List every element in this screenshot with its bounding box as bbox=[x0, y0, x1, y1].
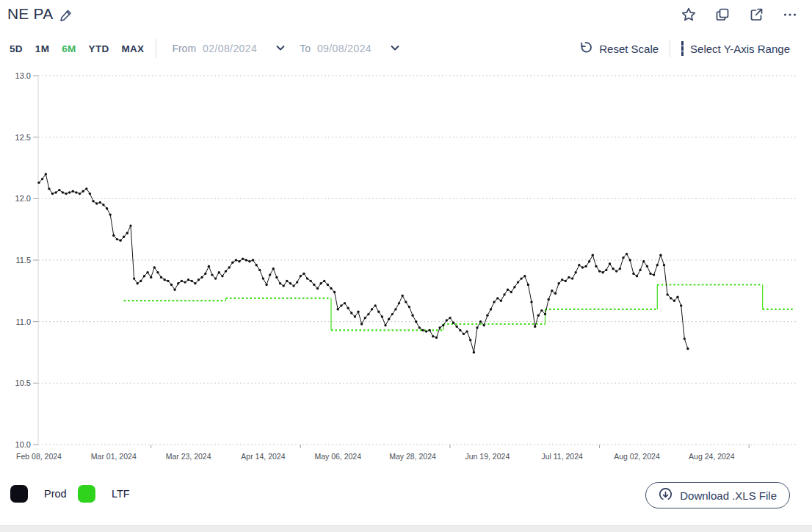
prod-series-label: Prod bbox=[44, 488, 67, 500]
reset-icon bbox=[579, 40, 592, 57]
svg-text:May 06, 2024: May 06, 2024 bbox=[314, 452, 361, 461]
select-yaxis-button[interactable]: Select Y-Axis Range bbox=[680, 40, 791, 57]
from-date-dropdown[interactable] bbox=[274, 43, 287, 55]
chevron-down-icon bbox=[275, 44, 286, 55]
more-icon bbox=[781, 6, 799, 24]
controls-divider bbox=[670, 40, 670, 57]
range-1m-button[interactable]: 1M bbox=[35, 42, 50, 56]
more-button[interactable] bbox=[781, 6, 799, 24]
svg-text:12.5: 12.5 bbox=[15, 133, 31, 142]
to-label: To bbox=[300, 43, 311, 54]
from-date-group: From 02/08/2024 To 09/08/2024 bbox=[172, 43, 407, 55]
select-yaxis-label: Select Y-Axis Range bbox=[690, 43, 790, 55]
header-actions bbox=[680, 6, 799, 24]
copy-icon bbox=[714, 6, 731, 24]
dashed-vertical-icon bbox=[681, 41, 684, 56]
to-date-dropdown[interactable] bbox=[388, 43, 402, 55]
range-5d-button[interactable]: 5D bbox=[9, 42, 23, 56]
legend-row: Prod LTF Download .XLS File bbox=[0, 479, 812, 517]
chevron-down-icon bbox=[390, 44, 400, 55]
favorite-button[interactable] bbox=[680, 6, 697, 24]
legend-item-prod[interactable]: Prod bbox=[10, 485, 67, 503]
toolbar-divider bbox=[156, 39, 156, 58]
svg-text:13.0: 13.0 bbox=[15, 71, 31, 80]
edit-title-button[interactable] bbox=[57, 7, 75, 24]
reset-scale-label: Reset Scale bbox=[599, 43, 659, 55]
ltf-series-label: LTF bbox=[112, 488, 130, 500]
copy-button[interactable] bbox=[714, 6, 731, 24]
download-xls-label: Download .XLS File bbox=[680, 489, 777, 502]
svg-text:Jul 11, 2024: Jul 11, 2024 bbox=[541, 452, 583, 461]
chart-controls: Reset Scale Select Y-Axis Range bbox=[577, 32, 791, 65]
page-footer-strip bbox=[0, 525, 812, 532]
legend-item-ltf[interactable]: LTF bbox=[78, 485, 130, 503]
svg-text:11.0: 11.0 bbox=[15, 317, 31, 326]
svg-text:Apr 14, 2024: Apr 14, 2024 bbox=[241, 452, 285, 461]
ltf-series-swatch bbox=[78, 485, 95, 503]
svg-text:Aug 02, 2024: Aug 02, 2024 bbox=[614, 452, 660, 461]
pencil-icon bbox=[58, 14, 74, 25]
to-date-input[interactable]: 09/08/2024 bbox=[317, 43, 371, 54]
svg-text:Mar 23, 2024: Mar 23, 2024 bbox=[166, 452, 211, 461]
star-icon bbox=[680, 6, 697, 24]
price-chart[interactable]: 13.012.512.011.511.010.510.0Feb 08, 2024… bbox=[0, 65, 812, 473]
prod-series-swatch bbox=[10, 485, 28, 503]
range-ytd-button[interactable]: YTD bbox=[88, 42, 110, 56]
svg-text:12.0: 12.0 bbox=[15, 194, 31, 203]
page: { "header": { "title": "NE PA", "icons":… bbox=[0, 0, 812, 532]
share-icon bbox=[747, 6, 765, 24]
svg-text:Jun 19, 2024: Jun 19, 2024 bbox=[465, 452, 510, 461]
time-range-group: 5D 1M 6M YTD MAX From 02/08/2024 To 09/0… bbox=[9, 32, 407, 65]
svg-text:Aug 24, 2024: Aug 24, 2024 bbox=[689, 452, 735, 461]
share-button[interactable] bbox=[747, 6, 765, 24]
from-date-input[interactable]: 02/08/2024 bbox=[203, 43, 257, 54]
svg-text:Feb 08, 2024: Feb 08, 2024 bbox=[16, 452, 62, 461]
svg-text:May 28, 2024: May 28, 2024 bbox=[389, 452, 436, 461]
download-icon bbox=[659, 487, 673, 503]
svg-text:11.5: 11.5 bbox=[15, 256, 31, 265]
svg-text:Mar 01, 2024: Mar 01, 2024 bbox=[91, 452, 137, 461]
svg-text:10.5: 10.5 bbox=[15, 378, 31, 387]
toolbar: 5D 1M 6M YTD MAX From 02/08/2024 To 09/0… bbox=[0, 32, 812, 65]
range-max-button[interactable]: MAX bbox=[120, 42, 145, 56]
page-title: NE PA bbox=[7, 5, 53, 23]
from-label: From bbox=[172, 43, 196, 54]
header: NE PA bbox=[0, 0, 812, 32]
range-6m-button[interactable]: 6M bbox=[61, 42, 76, 56]
reset-scale-button[interactable]: Reset Scale bbox=[577, 39, 660, 58]
download-xls-button[interactable]: Download .XLS File bbox=[645, 482, 790, 508]
svg-text:10.0: 10.0 bbox=[15, 440, 31, 449]
